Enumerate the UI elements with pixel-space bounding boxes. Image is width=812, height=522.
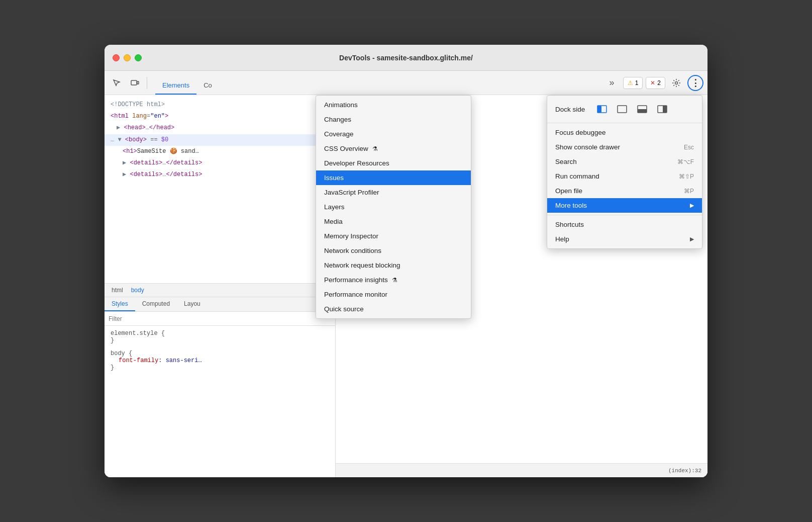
svg-rect-9 [663,106,667,113]
menu-item-coverage[interactable]: Coverage [316,127,471,141]
context-divider-2 [547,215,702,215]
more-tools-menu: Animations Changes Coverage CSS Overview… [316,95,471,319]
show-console-drawer-shortcut: Esc [684,144,694,151]
context-menu: Dock side [547,95,702,249]
dock-right-button[interactable] [655,104,669,115]
styles-tab-computed[interactable]: Computed [135,297,177,311]
dock-separate-button[interactable] [615,104,629,115]
shortcuts-label: Shortcuts [555,221,584,228]
context-open-file[interactable]: Open file ⌘P [547,184,702,198]
menu-item-js-profiler[interactable]: JavaScript Profiler [316,185,471,200]
search-label: Search [555,158,577,165]
errors-badge[interactable]: ✕ 2 [646,77,665,89]
more-tools-arrow: ▶ [690,202,694,209]
toolbar-left [105,75,153,91]
devtools-window: DevTools - samesite-sandbox.glitch.me/ [105,45,707,477]
dock-side-section: Dock side [547,98,702,121]
devtools-body: Elements Co » ⚠ 1 ✕ 2 [105,71,707,477]
inspect-element-button[interactable] [109,75,125,91]
focus-debuggee-label: Focus debuggee [555,129,606,136]
context-run-command[interactable]: Run command ⌘⇧P [547,169,702,184]
tree-line[interactable]: <h1>SameSite 🍪 sand… [105,146,335,157]
styles-tab-styles[interactable]: Styles [105,297,135,311]
dock-side-row: Dock side [547,100,702,119]
footer-location: (index):32 [668,468,701,474]
help-arrow: ▶ [690,236,694,242]
svg-point-2 [675,81,678,84]
svg-rect-0 [131,80,137,85]
style-block-body: body { font-family: sans-seri… } [111,350,329,371]
filter-input[interactable] [109,315,331,322]
open-file-label: Open file [555,187,582,195]
style-prop-font-family: font-family: sans-seri… [111,357,329,364]
maximize-button[interactable] [135,54,142,61]
context-search[interactable]: Search ⌘⌥F [547,154,702,169]
style-block-element: element.style { } [111,330,329,344]
more-tools-label: More tools [555,202,587,209]
svg-rect-1 [137,81,139,84]
style-selector-body: body { [111,350,329,357]
menu-item-network-request-blocking[interactable]: Network request blocking [316,258,471,273]
menu-item-media[interactable]: Media [316,214,471,229]
context-divider-1 [547,123,702,123]
styles-tab-layout[interactable]: Layou [177,297,208,311]
styles-tabs: Styles Computed Layou [105,297,335,312]
menu-item-network-conditions[interactable]: Network conditions [316,243,471,258]
more-options-button[interactable]: ⋮ [687,75,703,91]
tree-line[interactable]: ▶ <head>…</head> [105,122,335,134]
filter-bar [105,312,335,326]
tree-line[interactable]: ▶ <details>…</details> [105,169,335,181]
styles-panel: Styles Computed Layou element.style { } [105,297,335,477]
menu-item-memory-inspector[interactable]: Memory Inspector [316,229,471,243]
minimize-button[interactable] [124,54,131,61]
elements-tree: <!DOCTYPE html> <html lang="en"> ▶ <head… [105,95,335,283]
menu-item-performance-insights[interactable]: Performance insights ⚗ [316,273,471,287]
warnings-badge[interactable]: ⚠ 1 [623,77,643,89]
show-console-drawer-label: Show console drawer [555,143,620,151]
tree-line[interactable]: <html lang="en"> [105,111,335,122]
context-focus-debuggee[interactable]: Focus debuggee [547,125,702,140]
dock-bottom-button[interactable] [635,104,649,115]
warning-count: 1 [635,79,639,86]
left-panel: <!DOCTYPE html> <html lang="en"> ▶ <head… [105,95,336,477]
menu-item-changes[interactable]: Changes [316,112,471,127]
more-tabs-button[interactable]: » [604,75,620,91]
menu-item-performance-monitor[interactable]: Performance monitor [316,287,471,302]
tab-elements[interactable]: Elements [155,76,196,95]
tree-line[interactable]: ▶ <details>…</details> [105,157,335,169]
context-shortcuts[interactable]: Shortcuts [547,217,702,232]
styles-content: element.style { } body { font-family: sa… [105,326,335,477]
breadcrumb: html body [105,283,335,297]
dock-left-button[interactable] [595,104,609,115]
menu-item-layers[interactable]: Layers [316,200,471,214]
menu-item-quick-source[interactable]: Quick source [316,302,471,316]
svg-rect-4 [597,106,601,113]
breadcrumb-body[interactable]: body [128,286,147,295]
open-file-shortcut: ⌘P [684,188,694,195]
svg-rect-5 [618,106,627,113]
main-tabs: Elements Co [153,71,604,95]
traffic-lights [113,54,142,61]
style-close-body: } [111,364,329,371]
tree-line-selected[interactable]: … ▼ <body> == $0 [105,134,335,146]
menu-item-issues[interactable]: Issues [316,170,471,185]
run-command-label: Run command [555,172,599,180]
context-help[interactable]: Help ▶ [547,232,702,246]
error-count: 2 [657,79,661,86]
settings-button[interactable] [668,75,684,91]
search-shortcut: ⌘⌥F [677,158,694,165]
error-icon: ✕ [650,79,655,86]
device-toolbar-button[interactable] [127,75,143,91]
toolbar-right: » ⚠ 1 ✕ 2 ⋮ [604,75,707,91]
dock-side-label: Dock side [555,106,585,113]
toolbar-divider-1 [147,77,147,89]
menu-item-animations[interactable]: Animations [316,98,471,112]
close-button[interactable] [113,54,120,61]
context-more-tools[interactable]: More tools ▶ [547,198,702,213]
style-selector: element.style { [111,330,329,337]
context-show-console-drawer[interactable]: Show console drawer Esc [547,140,702,154]
menu-item-css-overview[interactable]: CSS Overview ⚗ [316,141,471,156]
menu-item-developer-resources[interactable]: Developer Resources [316,156,471,170]
tab-console[interactable]: Co [196,76,219,95]
breadcrumb-html[interactable]: html [109,286,126,295]
